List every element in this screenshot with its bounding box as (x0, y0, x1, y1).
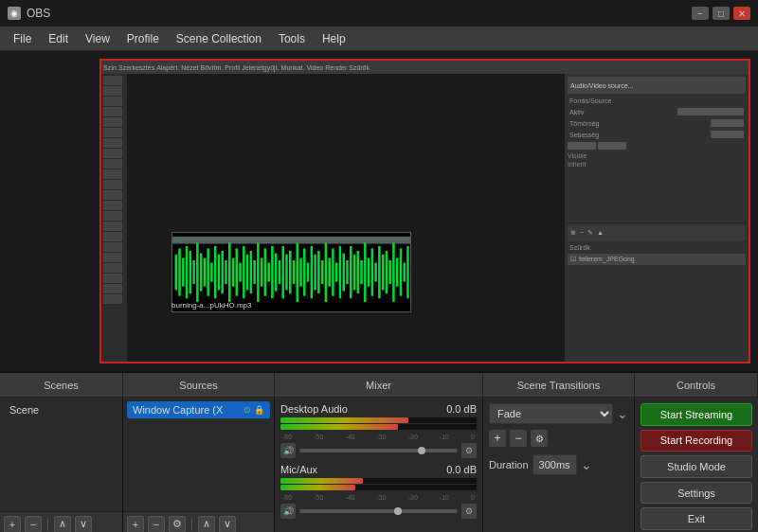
svg-rect-5 (186, 246, 189, 298)
svg-rect-8 (196, 242, 199, 302)
section-header-mixer: Mixer (275, 373, 483, 397)
menu-profile[interactable]: Profile (119, 29, 167, 48)
desktop-settings-button[interactable]: ⚙ (461, 443, 477, 458)
svg-rect-47 (335, 263, 338, 282)
inner-section-label: Inherit (568, 161, 746, 168)
inner-tool (103, 149, 122, 158)
source-properties-button[interactable]: ⚙ (169, 516, 186, 533)
start-streaming-button[interactable]: Start Streaming (641, 403, 752, 426)
mic-meter-bars (280, 478, 477, 490)
exit-button[interactable]: Exit (641, 507, 752, 530)
inner-tool (103, 169, 122, 179)
svg-rect-34 (289, 251, 292, 293)
svg-rect-2 (175, 255, 178, 291)
inner-properties-panel: Audio/Video source... Forrás/Source Aktí… (564, 74, 749, 362)
move-source-down-button[interactable]: ∨ (219, 516, 236, 533)
svg-rect-3 (178, 249, 181, 296)
obs-inner-screen: Szín Szerkesztés Alapért. Nézet Bővítm. … (101, 61, 749, 362)
inner-tool-panel (101, 74, 128, 362)
svg-rect-4 (182, 258, 185, 287)
svg-rect-51 (350, 246, 352, 298)
bottom-panel: Scenes Sources Mixer Scene Transitions C… (0, 373, 758, 532)
menu-help[interactable]: Help (315, 29, 353, 48)
panel-mixer: Desktop Audio 0.0 dB -60 -50 -40 -30 (275, 398, 483, 532)
move-scene-up-button[interactable]: ∧ (54, 516, 71, 533)
svg-rect-35 (293, 260, 296, 284)
inner-label: Tömörség (569, 120, 600, 127)
section-header-scenes: Scenes (0, 373, 123, 397)
remove-transition-button[interactable]: − (510, 430, 527, 447)
menu-scene-collection[interactable]: Scene Collection (169, 29, 269, 48)
svg-rect-61 (386, 251, 388, 293)
add-scene-button[interactable]: + (4, 516, 21, 533)
menu-tools[interactable]: Tools (271, 29, 313, 48)
minimize-button[interactable]: − (692, 7, 709, 20)
mic-meter-fill-1 (280, 478, 363, 484)
duration-arrow-icon[interactable]: ⌄ (581, 457, 592, 472)
sections-content: Scene + − ∧ ∨ Window Capture (X ⊙ 🔒 (0, 398, 758, 532)
remove-source-button[interactable]: − (148, 516, 165, 533)
source-visible-icon[interactable]: ⊙ (244, 405, 251, 415)
transition-settings-button[interactable]: ⚙ (531, 430, 548, 447)
svg-rect-59 (378, 246, 381, 298)
settings-button[interactable]: Settings (641, 482, 752, 505)
move-scene-down-button[interactable]: ∨ (75, 516, 92, 533)
inner-tool (103, 263, 122, 273)
desktop-volume-slider[interactable] (299, 449, 458, 452)
add-source-button[interactable]: + (127, 516, 144, 533)
svg-rect-36 (297, 242, 299, 302)
add-transition-button[interactable]: + (489, 430, 506, 447)
source-lock-icon[interactable]: 🔒 (254, 405, 264, 415)
close-button[interactable]: ✕ (733, 7, 750, 20)
transition-type-select[interactable]: Fade Cut (489, 403, 613, 424)
move-source-up-button[interactable]: ∧ (198, 516, 215, 533)
inner-filter-label: Szűrők (568, 242, 746, 253)
menu-edit[interactable]: Edit (41, 29, 76, 48)
svg-rect-54 (360, 260, 363, 284)
source-item[interactable]: Window Capture (X ⊙ 🔒 (127, 401, 270, 418)
mic-meter-fill-2 (280, 485, 355, 490)
inner-input (711, 131, 744, 138)
duration-label: Duration (489, 459, 529, 470)
svg-rect-18 (232, 258, 235, 287)
inner-tool (103, 97, 122, 106)
mic-settings-button[interactable]: ⚙ (461, 504, 477, 519)
studio-mode-button[interactable]: Studio Mode (641, 455, 752, 478)
maximize-button[interactable]: □ (713, 7, 730, 20)
duration-value[interactable]: 300ms (532, 454, 577, 475)
scene-list: Scene (0, 398, 122, 511)
menu-view[interactable]: View (78, 29, 117, 48)
svg-rect-40 (311, 246, 314, 298)
remove-scene-button[interactable]: − (25, 516, 42, 533)
inner-panel-bottom: ⊕ − ✎ ▲ Szűrők ☑ fellerem_JPEGong (568, 225, 746, 361)
inner-tool (103, 232, 122, 241)
channel-name-desktop: Desktop Audio (280, 403, 348, 415)
panel-controls: Start Streaming Start Recording Studio M… (635, 398, 758, 532)
svg-rect-10 (204, 258, 207, 287)
preview-canvas[interactable]: Szín Szerkesztés Alapért. Nézet Bővítm. … (99, 59, 750, 364)
scene-item[interactable]: Scene (4, 401, 118, 418)
scenes-label: Scenes (44, 380, 79, 391)
mic-mute-button[interactable]: 🔊 (280, 504, 296, 519)
preview-area: Szín Szerkesztés Alapért. Nézet Bővítm. … (0, 51, 758, 373)
svg-rect-52 (353, 255, 356, 291)
svg-rect-26 (261, 258, 263, 287)
inner-tool (103, 76, 122, 85)
meter-bar-1 (280, 417, 477, 423)
inner-tool (103, 190, 122, 200)
transition-select-row: Fade Cut ⌄ (489, 403, 628, 424)
mixer-channel-top-mic: Mic/Aux 0.0 dB (280, 464, 477, 475)
inner-obs-content: burning-a...pUkHO.mp3 Audio/Video source… (101, 74, 749, 362)
svg-rect-6 (190, 251, 192, 293)
menu-file[interactable]: File (6, 29, 39, 48)
plus-minus-row: + − ⚙ (489, 430, 628, 447)
svg-rect-19 (236, 249, 239, 296)
meter-scale-row: -60 -50 -40 -30 -20 -10 0 (280, 434, 477, 440)
svg-rect-13 (214, 246, 217, 298)
svg-rect-60 (382, 255, 385, 291)
mic-volume-slider[interactable] (299, 509, 458, 513)
start-recording-button[interactable]: Start Recording (641, 430, 752, 452)
desktop-mute-button[interactable]: 🔊 (280, 443, 296, 458)
transition-arrow-icon: ⌄ (617, 406, 628, 421)
scenes-toolbar: + − ∧ ∨ (0, 511, 122, 532)
